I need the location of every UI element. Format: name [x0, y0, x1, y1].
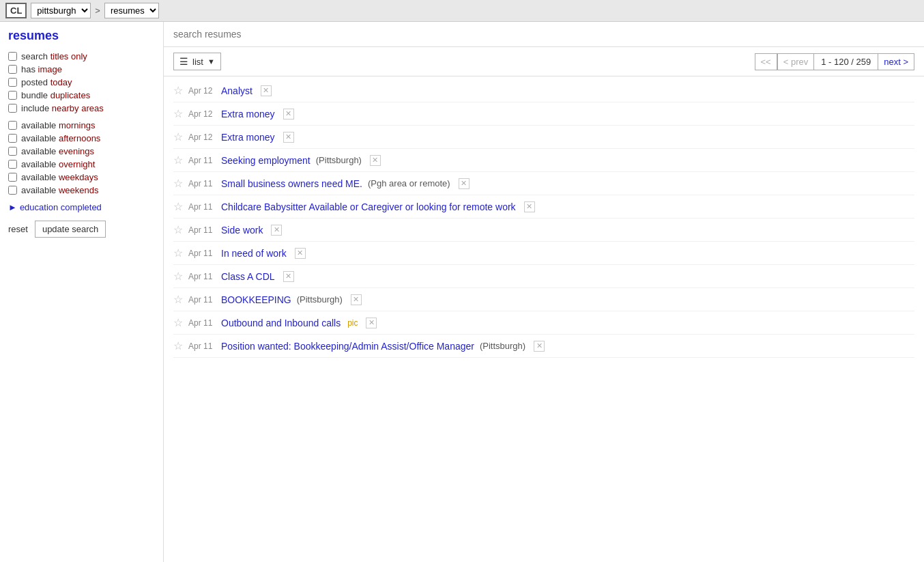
checkbox-overnight[interactable] — [8, 160, 17, 169]
cl-logo[interactable]: CL — [5, 3, 27, 18]
listing-row: ☆Apr 11BOOKKEEPING (Pittsburgh)✕ — [173, 288, 914, 311]
listing-pic-badge: pic — [347, 318, 358, 328]
star-icon[interactable]: ☆ — [173, 130, 183, 143]
education-toggle[interactable]: ► education completed — [8, 202, 155, 212]
star-icon[interactable]: ☆ — [173, 200, 183, 213]
sidebar-actions: reset update search — [8, 221, 155, 238]
remove-listing-icon[interactable]: ✕ — [283, 132, 294, 143]
label-titles-only: search titles only — [21, 51, 87, 61]
label-weekdays: available weekdays — [21, 172, 98, 182]
listing-title[interactable]: Class A CDL — [221, 271, 275, 282]
checkbox-afternoons[interactable] — [8, 134, 17, 143]
checkbox-bundle-dupes[interactable] — [8, 91, 17, 100]
topbar: CL pittsburgh > resumes — [0, 0, 924, 22]
star-icon[interactable]: ☆ — [173, 293, 183, 306]
filter-mornings[interactable]: available mornings — [8, 120, 155, 130]
listing-row: ☆Apr 12Analyst✕ — [173, 79, 914, 102]
availability-filters: available mornings available afternoons … — [8, 120, 155, 195]
filter-has-image[interactable]: has image — [8, 64, 155, 74]
label-posted-today: posted today — [21, 77, 72, 87]
listings: ☆Apr 12Analyst✕☆Apr 12Extra money✕☆Apr 1… — [164, 76, 924, 361]
list-label: list — [192, 57, 203, 67]
label-afternoons: available afternoons — [21, 133, 100, 143]
remove-listing-icon[interactable]: ✕ — [283, 271, 294, 282]
listing-date: Apr 11 — [188, 272, 216, 281]
checkbox-weekends[interactable] — [8, 186, 17, 195]
remove-listing-icon[interactable]: ✕ — [295, 248, 306, 259]
checkbox-titles-only[interactable] — [8, 52, 17, 61]
star-icon[interactable]: ☆ — [173, 339, 183, 352]
checkbox-evenings[interactable] — [8, 147, 17, 156]
listing-title[interactable]: Analyst — [221, 85, 252, 96]
next-page-button[interactable]: next > — [878, 53, 914, 70]
filter-evenings[interactable]: available evenings — [8, 146, 155, 156]
filter-weekdays[interactable]: available weekdays — [8, 172, 155, 182]
listing-title[interactable]: BOOKKEEPING — [221, 294, 291, 305]
star-icon[interactable]: ☆ — [173, 154, 183, 167]
remove-listing-icon[interactable]: ✕ — [351, 294, 362, 305]
filter-posted-today[interactable]: posted today — [8, 77, 155, 87]
prev-page-button[interactable]: < prev — [777, 53, 815, 70]
city-select[interactable]: pittsburgh — [31, 3, 91, 18]
star-icon[interactable]: ☆ — [173, 223, 183, 236]
listing-date: Apr 11 — [188, 318, 216, 328]
listing-title[interactable]: Outbound and Inbound calls — [221, 318, 341, 328]
remove-listing-icon[interactable]: ✕ — [370, 155, 381, 166]
star-icon[interactable]: ☆ — [173, 84, 183, 97]
listing-row: ☆Apr 11Class A CDL✕ — [173, 265, 914, 288]
checkbox-nearby[interactable] — [8, 104, 17, 113]
sidebar: resumes search titles only has image pos… — [0, 22, 164, 562]
listing-date: Apr 11 — [188, 156, 216, 165]
listing-date: Apr 11 — [188, 295, 216, 305]
listing-row: ☆Apr 12Extra money✕ — [173, 126, 914, 149]
remove-listing-icon[interactable]: ✕ — [534, 341, 545, 352]
reset-button[interactable]: reset — [8, 223, 28, 236]
star-icon[interactable]: ☆ — [173, 247, 183, 259]
star-icon[interactable]: ☆ — [173, 316, 183, 329]
listing-date: Apr 12 — [188, 86, 216, 96]
listing-title[interactable]: Extra money — [221, 132, 275, 143]
remove-listing-icon[interactable]: ✕ — [366, 318, 377, 328]
filter-nearby[interactable]: include nearby areas — [8, 103, 155, 113]
hamburger-icon: ☰ — [179, 56, 188, 67]
list-dropdown[interactable]: ☰ list ▼ — [173, 53, 221, 70]
search-input[interactable] — [173, 29, 914, 40]
listing-title[interactable]: Side work — [221, 225, 263, 236]
listing-title[interactable]: Childcare Babysitter Available or Caregi… — [221, 201, 516, 212]
filter-titles-only[interactable]: search titles only — [8, 51, 155, 61]
checkbox-weekdays[interactable] — [8, 173, 17, 182]
label-weekends: available weekends — [21, 185, 98, 195]
listing-date: Apr 11 — [188, 225, 216, 235]
listing-title[interactable]: Small business owners need ME. — [221, 178, 362, 189]
filter-afternoons[interactable]: available afternoons — [8, 133, 155, 143]
listing-title[interactable]: Position wanted: Bookkeeping/Admin Assis… — [221, 341, 474, 352]
label-bundle-dupes: bundle duplicates — [21, 90, 90, 100]
update-search-button[interactable]: update search — [35, 221, 106, 238]
filter-overnight[interactable]: available overnight — [8, 159, 155, 169]
basic-filters: search titles only has image posted toda… — [8, 51, 155, 113]
listing-title[interactable]: Extra money — [221, 109, 275, 120]
listing-row: ☆Apr 11Position wanted: Bookkeeping/Admi… — [173, 335, 914, 358]
star-icon[interactable]: ☆ — [173, 177, 183, 190]
star-icon[interactable]: ☆ — [173, 270, 183, 283]
remove-listing-icon[interactable]: ✕ — [524, 201, 535, 212]
checkbox-posted-today[interactable] — [8, 78, 17, 87]
first-page-button[interactable]: << — [755, 53, 777, 70]
remove-listing-icon[interactable]: ✕ — [283, 109, 294, 120]
remove-listing-icon[interactable]: ✕ — [271, 225, 282, 236]
remove-listing-icon[interactable]: ✕ — [261, 85, 272, 96]
filter-weekends[interactable]: available weekends — [8, 185, 155, 195]
star-icon[interactable]: ☆ — [173, 107, 183, 120]
listing-title[interactable]: Seeking employment — [221, 155, 311, 166]
chevron-right-icon: ► — [8, 202, 17, 212]
listing-location: (Pgh area or remote) — [368, 178, 450, 188]
listing-title[interactable]: In need of work — [221, 248, 287, 259]
checkbox-has-image[interactable] — [8, 65, 17, 74]
filter-bundle-dupes[interactable]: bundle duplicates — [8, 90, 155, 100]
section-select[interactable]: resumes — [104, 3, 159, 18]
checkbox-mornings[interactable] — [8, 121, 17, 130]
remove-listing-icon[interactable]: ✕ — [459, 178, 470, 189]
listing-location: (Pittsburgh) — [297, 294, 343, 305]
listing-location: (Pittsburgh) — [316, 155, 362, 165]
dropdown-arrow-icon: ▼ — [207, 57, 215, 66]
